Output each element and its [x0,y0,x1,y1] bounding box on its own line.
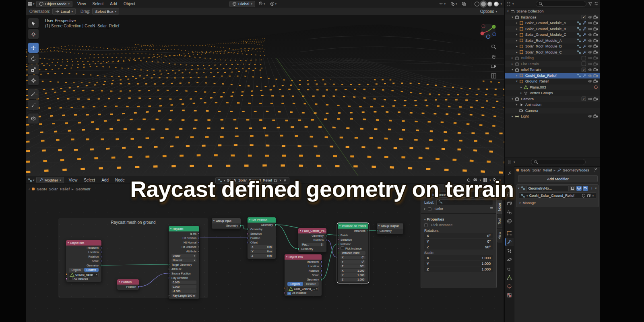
node-value-field[interactable]: Y0° [341,260,365,264]
hide-viewport-icon[interactable] [587,67,593,72]
socket-vec[interactable] [321,270,322,272]
manage-section[interactable]: ▸Manage [516,200,599,206]
socket-vec[interactable] [321,261,322,263]
editor-type-button[interactable]: ▾ [26,0,36,8]
grid-view-icon[interactable] [491,73,497,79]
node-header[interactable]: ▾Group Input [212,218,241,223]
socket-bool[interactable] [338,248,339,250]
menu-object[interactable]: Object [120,0,138,8]
hide-viewport-icon[interactable] [587,21,593,25]
properties-tab-material[interactable] [505,282,514,290]
node-toggle-original[interactable]: Original [69,268,84,272]
properties-section[interactable]: ▾ Properties [421,215,496,222]
node-value-field[interactable]: -1.000 [171,289,196,293]
collection-checkbox[interactable] [582,56,586,60]
modifier-expand-icon[interactable]: ▾ [518,187,520,190]
node-value-field[interactable]: Y1.000 [341,273,365,277]
socket-geo[interactable] [240,225,241,227]
node-value-field[interactable]: Z0 m [250,254,273,258]
properties-tab-scene[interactable] [505,208,514,216]
hide-viewport-icon[interactable] [587,32,593,37]
outliner-row[interactable]: ▾Scene Collection [505,8,600,14]
socket-vec[interactable] [101,256,101,258]
add-cube-tool-button[interactable] [28,114,39,124]
shading-rendered-button[interactable] [494,2,499,6]
socket-bool[interactable] [198,233,199,235]
node-group_out[interactable]: ▾Group OutputGeometry [376,223,404,234]
scale-tool-button[interactable] [28,64,39,74]
outliner-row[interactable]: ▸Vertex Groups [505,90,600,96]
outliner-row[interactable]: ▸Plane.003 [505,85,600,91]
node-value-field[interactable]: X0 m [250,245,273,249]
tweak-tool-button[interactable] [28,18,39,28]
node-inst_pts[interactable]: ▾Instance on PointsInstancesPointsSelect… [337,223,369,283]
properties-tab-world[interactable] [505,217,514,225]
hide-viewport-icon[interactable] [587,114,593,119]
node-value-field[interactable]: 0.000 [171,281,196,284]
properties-editor-icon[interactable] [507,160,512,164]
node-toggle-relative[interactable]: Relative [303,282,319,286]
socket-geo[interactable] [377,230,378,232]
socket-vec[interactable] [321,265,322,267]
socket-geo[interactable] [338,234,339,236]
socket-geo[interactable] [298,248,299,250]
outliner-row[interactable]: ▾Ground_Relief [505,78,600,85]
hide-viewport-icon[interactable] [587,56,593,60]
back-icon[interactable]: ‹ [29,187,30,191]
node-dropdown[interactable]: Vector▾ [171,254,196,258]
socket-val[interactable] [198,246,199,248]
pan-hand-icon[interactable] [491,54,497,60]
breadcrumb-object[interactable]: GeoN_Solar_Relief [521,168,552,172]
pick-instance-checkbox[interactable] [424,223,428,227]
color-section[interactable]: ▸Color☰ [421,206,496,212]
hide-viewport-icon[interactable] [587,62,593,66]
move-tool-button[interactable] [28,43,39,53]
hide-viewport-icon[interactable] [587,27,593,31]
disable-render-icon[interactable] [593,27,599,31]
disable-render-icon[interactable] [593,21,599,25]
socket-vec[interactable] [169,272,169,275]
collection-checkbox[interactable]: ✓ [582,68,586,72]
hide-viewport-icon[interactable] [587,15,593,20]
properties-tab-texture[interactable] [505,291,514,299]
node-raycast[interactable]: ▾RaycastIs HitHit PositionHit NormalHit … [168,226,200,299]
overlays-button[interactable]: ▾ [449,2,459,6]
properties-tab-data[interactable] [505,273,514,281]
disable-render-icon[interactable] [593,97,599,101]
outliner-row[interactable]: ▸Animation [505,102,600,108]
collection-checkbox[interactable]: ✓ [582,97,586,101]
node-menu-add[interactable]: Add [98,176,112,184]
socket-geo[interactable] [275,224,276,226]
measure-tool-button[interactable] [28,100,39,110]
disable-render-icon[interactable] [593,50,599,55]
breadcrumb-modifiers[interactable]: GeometryNodes [563,168,589,172]
socket-obj[interactable] [66,273,67,275]
outliner-row[interactable]: ▸Building [505,55,600,61]
options-dropdown[interactable]: Options▾ [480,9,497,14]
show-gizmo-button[interactable]: ▾ [437,2,447,6]
modifier-editmode-toggle[interactable] [570,186,575,191]
annotate-tool-button[interactable] [28,89,39,99]
node-dropdown[interactable]: Nearest▾ [171,258,196,262]
rotation-z-field[interactable]: Z90° [424,244,493,250]
orientation-setting-dropdown[interactable]: Local▾ [52,8,76,14]
scale-x-field[interactable]: X1.000 [424,255,493,260]
node-toggle-relative[interactable]: Relative [84,268,99,272]
outliner-row[interactable]: ▾Instances✓ [505,14,600,21]
outliner-options-icon[interactable] [594,2,599,6]
socket-geo[interactable] [338,243,339,245]
node-header[interactable]: ▾Set Position [248,217,276,223]
xray-button[interactable] [460,2,468,6]
socket-vec[interactable] [326,239,326,241]
node-header[interactable]: ▾Object Info [66,240,101,246]
socket-vec[interactable] [248,237,248,239]
node-menu-select[interactable]: Select [80,176,98,184]
node-editor-type-button[interactable]: ▾ [26,176,36,184]
properties-search-input[interactable] [531,159,586,165]
node-group-field[interactable]: ▾ GeoN_Solar_Ground_Relief × [519,192,596,199]
mode-dropdown[interactable]: Object Mode▾ [36,1,72,7]
socket-vec[interactable] [321,274,322,276]
fake-user-icon[interactable] [582,194,586,198]
socket-int[interactable] [338,252,339,254]
socket-bool[interactable] [248,233,248,235]
